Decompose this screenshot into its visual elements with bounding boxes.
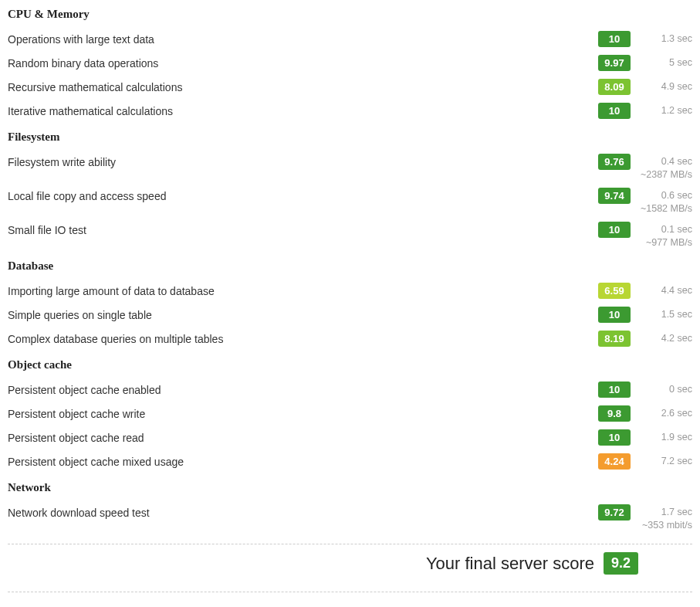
test-label: Persistent object cache read: [8, 429, 598, 444]
test-label: Simple queries on single table: [8, 307, 598, 321]
test-label: Persistent object cache write: [8, 405, 598, 420]
test-row: Local file copy and access speed9.740.6 …: [8, 184, 692, 218]
timing-cell: 0 sec: [638, 381, 692, 395]
benchmark-results: CPU & MemoryOperations with large text d…: [8, 8, 692, 592]
score-badge: 10: [598, 307, 631, 323]
test-row: Operations with large text data101.3 sec: [8, 27, 692, 51]
timing-value: 5 sec: [638, 57, 692, 68]
test-row: Persistent object cache mixed usage4.247…: [8, 449, 692, 473]
test-label: Recursive mathematical calculations: [8, 79, 598, 93]
test-result: 8.094.9 sec: [598, 79, 692, 95]
test-result: 4.247.2 sec: [598, 453, 692, 470]
test-row: Complex database queries on multiple tab…: [8, 327, 692, 351]
test-row: Persistent object cache read101.9 sec: [8, 426, 692, 449]
test-row: Small file IO test100.1 sec~977 MB/s: [8, 218, 692, 252]
final-score-label: Your final server score: [426, 554, 594, 574]
timing-subvalue: ~353 mbit/s: [638, 520, 692, 531]
test-row: Network download speed test9.721.7 sec~3…: [8, 500, 692, 534]
timing-value: 1.7 sec: [638, 507, 692, 517]
timing-subvalue: ~2387 MB/s: [638, 169, 692, 180]
test-result: 101.9 sec: [598, 429, 692, 446]
timing-value: 4.2 sec: [638, 333, 692, 344]
timing-value: 1.2 sec: [638, 105, 692, 116]
test-row: Random binary data operations9.975 sec: [8, 51, 692, 75]
timing-cell: 5 sec: [638, 55, 692, 68]
test-row: Simple queries on single table101.5 sec: [8, 303, 692, 327]
timing-cell: 0.1 sec~977 MB/s: [638, 222, 692, 248]
score-badge: 10: [598, 429, 631, 446]
timing-value: 1.9 sec: [638, 432, 692, 443]
test-row: Persistent object cache enabled100 sec: [8, 378, 692, 402]
test-result: 8.194.2 sec: [598, 331, 692, 347]
test-label: Random binary data operations: [8, 55, 598, 70]
test-result: 9.975 sec: [598, 55, 692, 71]
test-label: Importing large amount of data to databa…: [8, 283, 598, 297]
score-badge: 8.09: [598, 79, 631, 95]
test-row: Iterative mathematical calculations101.2…: [8, 99, 692, 123]
test-label: Complex database queries on multiple tab…: [8, 331, 598, 345]
score-badge: 8.19: [598, 331, 631, 347]
score-badge: 10: [598, 31, 631, 47]
test-label: Network download speed test: [8, 504, 598, 519]
timing-subvalue: ~977 MB/s: [638, 237, 692, 248]
score-badge: 10: [598, 222, 631, 238]
timing-cell: 1.9 sec: [638, 429, 692, 443]
timing-value: 4.9 sec: [638, 81, 692, 92]
test-row: Importing large amount of data to databa…: [8, 279, 692, 303]
timing-value: 0.4 sec: [638, 156, 692, 167]
timing-cell: 0.4 sec~2387 MB/s: [638, 154, 692, 180]
test-label: Iterative mathematical calculations: [8, 103, 598, 117]
test-result: 100.1 sec~977 MB/s: [598, 222, 692, 248]
test-result: 101.5 sec: [598, 307, 692, 323]
timing-cell: 1.2 sec: [638, 103, 692, 116]
test-row: Filesystem write ability9.760.4 sec~2387…: [8, 150, 692, 184]
timing-cell: 1.5 sec: [638, 307, 692, 320]
timing-value: 1.3 sec: [638, 33, 692, 44]
section-title: Object cache: [8, 358, 692, 371]
test-label: Local file copy and access speed: [8, 188, 598, 202]
timing-cell: 4.9 sec: [638, 79, 692, 92]
score-badge: 9.76: [598, 154, 631, 170]
timing-cell: 1.7 sec~353 mbit/s: [638, 504, 692, 531]
test-result: 101.2 sec: [598, 103, 692, 119]
score-badge: 10: [598, 103, 631, 119]
score-badge: 4.24: [598, 453, 631, 470]
test-row: Recursive mathematical calculations8.094…: [8, 75, 692, 99]
test-label: Persistent object cache enabled: [8, 381, 598, 396]
section-title: CPU & Memory: [8, 8, 692, 21]
section-title: Database: [8, 259, 692, 273]
test-row: Persistent object cache write9.82.6 sec: [8, 402, 692, 426]
final-score-row: Your final server score9.2: [8, 544, 692, 582]
test-label: Filesystem write ability: [8, 154, 598, 168]
timing-value: 2.6 sec: [638, 408, 692, 419]
timing-cell: 1.3 sec: [638, 31, 692, 44]
timing-cell: 0.6 sec~1582 MB/s: [638, 188, 692, 214]
section-title: Filesystem: [8, 131, 692, 144]
test-result: 101.3 sec: [598, 31, 692, 47]
timing-value: 7.2 sec: [638, 456, 692, 466]
section-title: Network: [8, 481, 692, 494]
test-result: 6.594.4 sec: [598, 283, 692, 299]
score-badge: 10: [598, 381, 631, 398]
test-result: 9.721.7 sec~353 mbit/s: [598, 504, 692, 531]
score-badge: 9.8: [598, 405, 631, 422]
test-result: 9.82.6 sec: [598, 405, 692, 422]
timing-value: 4.4 sec: [638, 285, 692, 296]
timing-cell: 2.6 sec: [638, 405, 692, 419]
test-result: 9.760.4 sec~2387 MB/s: [598, 154, 692, 180]
score-badge: 9.72: [598, 504, 631, 521]
timing-value: 0.1 sec: [638, 224, 692, 235]
timing-subvalue: ~1582 MB/s: [638, 203, 692, 214]
final-score-badge: 9.2: [604, 552, 638, 575]
score-badge: 9.97: [598, 55, 631, 71]
divider: [8, 592, 692, 592]
test-label: Small file IO test: [8, 222, 598, 236]
timing-cell: 4.2 sec: [638, 331, 692, 344]
timing-value: 0.6 sec: [638, 190, 692, 201]
test-result: 100 sec: [598, 381, 692, 398]
test-result: 9.740.6 sec~1582 MB/s: [598, 188, 692, 214]
timing-cell: 4.4 sec: [638, 283, 692, 296]
timing-value: 0 sec: [638, 384, 692, 395]
timing-value: 1.5 sec: [638, 309, 692, 320]
timing-cell: 7.2 sec: [638, 453, 692, 466]
